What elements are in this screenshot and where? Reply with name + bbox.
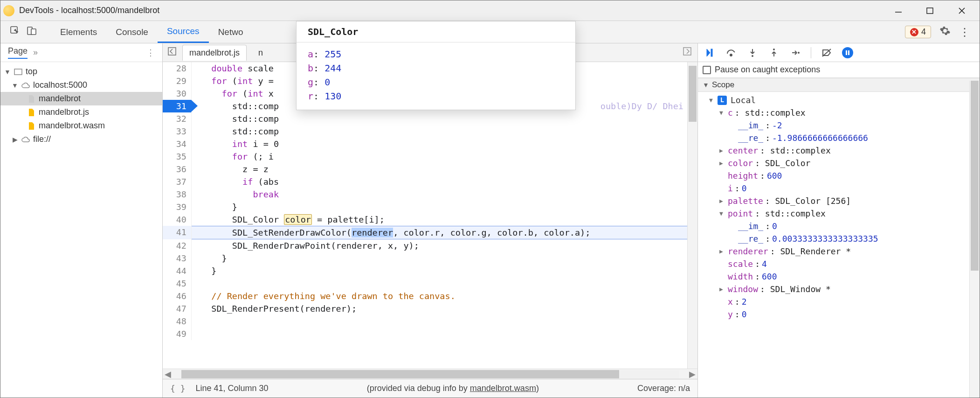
- gutter-line-number[interactable]: 46: [163, 290, 192, 302]
- gutter-line-number[interactable]: 35: [163, 150, 192, 163]
- editor-v-scrollbar[interactable]: [687, 62, 697, 369]
- more-icon[interactable]: ⋮: [959, 26, 970, 39]
- tree-file-proto[interactable]: ▶ file://: [0, 133, 162, 146]
- resume-button[interactable]: [704, 47, 716, 59]
- code-line[interactable]: std::comp: [192, 125, 697, 138]
- code-line[interactable]: }: [192, 252, 697, 265]
- scope-variable-row[interactable]: ▶renderer: SDL_Renderer *: [700, 245, 978, 258]
- code-line[interactable]: }: [192, 201, 697, 213]
- scope-variable-row[interactable]: ▼point: std::complex: [700, 207, 978, 220]
- gutter-line-number[interactable]: 48: [163, 315, 192, 328]
- inspect-icon[interactable]: [10, 26, 20, 38]
- scope-variable-row[interactable]: __im_: 0: [700, 220, 978, 232]
- tree-file-mandelbrot[interactable]: mandelbrot: [0, 92, 162, 105]
- brackets-icon[interactable]: { }: [170, 384, 186, 393]
- scope-variable-row[interactable]: ▶window: SDL_Window *: [700, 283, 978, 295]
- code-line[interactable]: SDL_RenderPresent(renderer);: [192, 302, 697, 315]
- step-out-button[interactable]: [768, 47, 780, 59]
- step-into-button[interactable]: [746, 47, 759, 59]
- debug-info-link[interactable]: mandelbrot.wasm: [470, 384, 536, 393]
- code-line[interactable]: break: [192, 188, 697, 201]
- gutter-line-number[interactable]: 32: [163, 112, 192, 125]
- gutter-line-number[interactable]: 44: [163, 265, 192, 277]
- gutter-line-number[interactable]: 45: [163, 277, 192, 290]
- step-button[interactable]: [789, 47, 801, 59]
- scope-variable-row[interactable]: height: 600: [700, 169, 978, 182]
- gutter-line-number[interactable]: 29: [163, 75, 192, 87]
- code-line[interactable]: for (; i: [192, 150, 697, 163]
- device-toggle-icon[interactable]: [27, 26, 37, 38]
- gutter-line-number[interactable]: 31: [163, 100, 192, 112]
- settings-icon[interactable]: [939, 25, 951, 39]
- scope-variable-row[interactable]: scale: 4: [700, 258, 978, 270]
- code-line[interactable]: std::comp: [192, 112, 697, 125]
- scope-section-header[interactable]: ▼ Scope: [698, 78, 980, 92]
- code-line[interactable]: int i = 0: [192, 138, 697, 150]
- gutter-line-number[interactable]: 36: [163, 163, 192, 175]
- scope-variable-row[interactable]: __im_: -2: [700, 119, 978, 132]
- tree-file-mandelbrot-js[interactable]: mandelbrot.js: [0, 105, 162, 119]
- error-badge[interactable]: ✕ 4: [905, 26, 931, 38]
- code-line[interactable]: }: [192, 265, 697, 277]
- code-line[interactable]: if (abs: [192, 175, 697, 188]
- tab-sources[interactable]: Sources: [158, 21, 209, 43]
- code-line[interactable]: SDL_Color color = palette[i];: [192, 213, 697, 226]
- gutter-line-number[interactable]: 41: [163, 226, 192, 239]
- nav-forward-icon[interactable]: [683, 46, 693, 59]
- code-line[interactable]: [192, 277, 697, 290]
- close-button[interactable]: [952, 4, 971, 18]
- scope-variable-row[interactable]: ▶center: std::complex: [700, 144, 978, 157]
- code-line[interactable]: [192, 315, 697, 328]
- scope-tree[interactable]: ▼ L Local ▼c: std::complex__im_: -2__re_…: [698, 92, 980, 398]
- editor-h-scrollbar[interactable]: ◀ ▶: [163, 369, 697, 379]
- tree-top[interactable]: ▼ top: [0, 65, 162, 78]
- scope-variable-row[interactable]: width: 600: [700, 270, 978, 283]
- gutter-line-number[interactable]: 33: [163, 125, 192, 138]
- scope-variable-row[interactable]: ▶palette: SDL_Color [256]: [700, 195, 978, 207]
- scope-variable-row[interactable]: __re_: 0.0033333333333333335: [700, 232, 978, 245]
- maximize-button[interactable]: [921, 4, 939, 18]
- sidebar-page-tab[interactable]: Page: [8, 46, 28, 59]
- tree-host[interactable]: ▼ localhost:5000: [0, 78, 162, 92]
- tab-elements[interactable]: Elements: [51, 21, 106, 43]
- gutter-line-number[interactable]: 39: [163, 201, 192, 213]
- gutter-line-number[interactable]: 42: [163, 239, 192, 252]
- scope-variable-row[interactable]: i: 0: [700, 182, 978, 195]
- deactivate-breakpoints-button[interactable]: [821, 47, 833, 59]
- gutter-line-number[interactable]: 47: [163, 302, 192, 315]
- scope-variable-row[interactable]: ▶color: SDL_Color: [700, 157, 978, 169]
- filetab-mandelbrot-js[interactable]: mandelbrot.js: [182, 45, 247, 61]
- code-line[interactable]: z = z: [192, 163, 697, 175]
- gutter-line-number[interactable]: 34: [163, 138, 192, 150]
- code-line[interactable]: // Render everything we've drawn to the …: [192, 290, 697, 302]
- tree-file-mandelbrot-wasm[interactable]: mandelbrot.wasm: [0, 119, 162, 133]
- scope-variable-row[interactable]: x: 2: [700, 295, 978, 308]
- gutter-line-number[interactable]: 43: [163, 252, 192, 265]
- nav-back-icon[interactable]: [167, 46, 178, 59]
- code-line[interactable]: SDL_SetRenderDrawColor(renderer, color.r…: [192, 226, 697, 239]
- pause-on-exceptions-row[interactable]: Pause on caught exceptions: [698, 62, 980, 77]
- pause-exceptions-button[interactable]: [842, 47, 853, 58]
- scope-variable-row[interactable]: __re_: -1.9866666666666666: [700, 132, 978, 144]
- step-over-button[interactable]: [725, 47, 737, 59]
- code-line[interactable]: SDL_RenderDrawPoint(renderer, x, y);: [192, 239, 697, 252]
- scope-local-header[interactable]: ▼ L Local: [700, 94, 978, 106]
- gutter-line-number[interactable]: 49: [163, 328, 192, 340]
- scope-variable-row[interactable]: y: 0: [700, 308, 978, 321]
- code-line[interactable]: [192, 328, 697, 340]
- gutter-line-number[interactable]: 37: [163, 175, 192, 188]
- scope-variable-row[interactable]: ▼c: std::complex: [700, 106, 978, 119]
- gutter-line-number[interactable]: 40: [163, 213, 192, 226]
- pause-on-exceptions-label: Pause on caught exceptions: [715, 65, 820, 75]
- minimize-button[interactable]: [889, 4, 908, 18]
- tab-network[interactable]: Netwo: [209, 21, 253, 43]
- scope-v-scrollbar[interactable]: [969, 81, 980, 398]
- filetab-next[interactable]: n: [251, 45, 270, 61]
- tab-console[interactable]: Console: [106, 21, 158, 43]
- sidebar-menu-icon[interactable]: ⋮: [146, 48, 155, 58]
- gutter-line-number[interactable]: 30: [163, 87, 192, 100]
- gutter-line-number[interactable]: 28: [163, 62, 192, 75]
- checkbox[interactable]: [703, 66, 711, 74]
- sidebar-more-tabs[interactable]: »: [33, 48, 38, 57]
- gutter-line-number[interactable]: 38: [163, 188, 192, 201]
